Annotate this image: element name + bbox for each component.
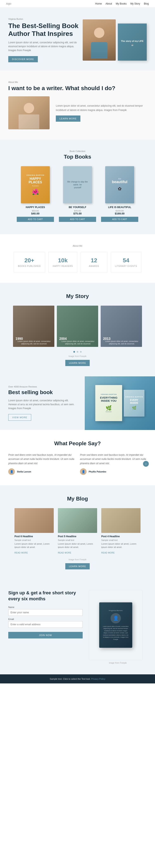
testimonials-section: What People Say? Proin sed libero enim s… <box>0 430 155 485</box>
small-book-author: VIRGINIA BURTON <box>125 396 143 398</box>
footer-text: Sample text. Click to select the Text to… <box>50 678 91 680</box>
blog-card-post5: Post 5 Headline Sample small text Lorem … <box>58 508 97 554</box>
book1-name: HAPPY PLACES <box>17 206 54 209</box>
small-book-leaf-icon: 🌿 <box>132 406 136 410</box>
nav-about[interactable]: About <box>106 2 112 5</box>
blog-img-post6 <box>15 508 54 533</box>
nav-my-books[interactable]: My Books <box>116 2 127 5</box>
story-grid: 1990 Lorem ipsum dolor sit amet, consect… <box>8 306 147 347</box>
book2-price-old: $95.00 <box>59 210 96 212</box>
story-learn-more-button[interactable]: LEARN MORE <box>65 360 90 366</box>
testimonial2-avatar: 👤 <box>80 468 86 475</box>
signup-email-input[interactable] <box>8 621 83 628</box>
testimonials-grid: Proin sed libero enim sed faucibus turpi… <box>8 453 147 475</box>
stat-awards-label: AWARDS <box>85 265 103 267</box>
books-section-label: Book Collection <box>8 150 147 152</box>
hero-book-title: The story of my LIFE <box>120 38 145 44</box>
book2-name: BE YOURSELF <box>59 206 96 209</box>
stats-section: About Me 20+ BOOKS PUBLISHED 10k HAPPY R… <box>0 234 155 283</box>
blog-img-post4 <box>101 508 140 533</box>
stat-events-number: 54 <box>115 257 137 264</box>
small-book-title1: EVERY <box>130 399 138 402</box>
testimonials-title: What People Say? <box>8 440 147 447</box>
signup-join-now-button[interactable]: JOIN NOW <box>8 632 83 639</box>
testimonials-next-button[interactable]: › <box>143 461 149 467</box>
hero-section: Virginia Burton The Best-Selling Book Au… <box>0 7 155 70</box>
story-dot-3[interactable] <box>80 351 82 353</box>
small-book-title2: INSIDE <box>130 402 138 404</box>
blog-read-more-post4[interactable]: READ MORE <box>101 552 115 554</box>
hero-book-cover: The story of my LIFE ☕ <box>118 24 147 61</box>
signup-image-credit: image from Freepik <box>89 662 147 664</box>
blog-image-credit: Image from Freepik <box>8 558 147 561</box>
blog-read-more-post5[interactable]: READ MORE <box>58 552 71 554</box>
hero-author-portrait <box>83 20 116 61</box>
testimonial1-author-info: 👤 Stella Larson <box>8 468 75 475</box>
testimonial2-author-info: 👤 Phyllis Palumbo <box>80 468 147 475</box>
nav-home[interactable]: Home <box>95 2 102 5</box>
writer-section-title: I want to be a writer. What should I do? <box>8 85 147 92</box>
book1-author: VIRGINIA BURTON <box>26 174 45 176</box>
writer-text: Lorem ipsum dolor sit amet, consectetur … <box>56 104 147 112</box>
nav-my-story[interactable]: My Story <box>130 2 140 5</box>
writer-right: Lorem ipsum dolor sit amet, consectetur … <box>56 104 147 122</box>
hero-title: The Best-Selling Book Author That Inspir… <box>8 22 83 38</box>
navigation: logo Home About My Books My Story Blog <box>0 0 155 7</box>
signup-book-text: Lorem ipsum dolor sit amet, consectetur … <box>103 625 129 641</box>
blog-section: My Blog Post 6 Headline Sample small tex… <box>0 485 155 580</box>
signup-book-visual: Virginia Burton 👤 Lorem ipsum dolor sit … <box>89 590 143 660</box>
blog-sample-label-post6: Sample small text <box>15 539 54 541</box>
blog-headline-post5: Post 5 Headline <box>58 535 97 538</box>
blog-headline-post4: Post 4 Headline <box>101 535 140 538</box>
story-desc-2004: Lorem ipsum dolor sit amet, consectetur … <box>59 340 97 345</box>
hero-subtitle: Virginia Burton <box>8 18 83 20</box>
stat-books-number: 20+ <box>18 257 41 264</box>
book3-price-new: $169.00 <box>101 212 138 215</box>
story-dot-1[interactable] <box>73 351 75 353</box>
writer-section-label: About Me <box>8 81 147 83</box>
blog-card-post4: Post 4 Headline Sample small text Lorem … <box>101 508 140 554</box>
footer: Sample text. Click to select the Text to… <box>0 674 155 683</box>
bestseller-view-more-button[interactable]: VIEW MORE <box>8 414 31 421</box>
blog-read-more-post6[interactable]: READ MORE <box>15 552 28 554</box>
blog-learn-more-button[interactable]: LEARN MORE <box>65 563 90 569</box>
story-card-1990: 1990 Lorem ipsum dolor sit amet, consect… <box>13 306 54 347</box>
story-dot-2[interactable] <box>77 351 78 353</box>
book1-price-new: $40.00 <box>17 212 54 215</box>
story-image-credit: Image from Freepik <box>8 355 147 358</box>
blog-text-post4: Lorem ipsum dolor sit amet, Lorem ipsum … <box>101 542 140 549</box>
signup-book-author: Virginia Burton <box>109 610 123 612</box>
hero-text: Lorem ipsum dolor sit amet, consectetur … <box>8 41 83 53</box>
stat-readers-number: 10k <box>53 257 73 264</box>
book-cover-life-is-beautiful: live beautiful ✿ <box>105 166 134 203</box>
big-book-leaf-icon: 🌿 <box>106 405 112 411</box>
stat-readers-label: HAPPY READERS <box>53 265 73 267</box>
big-book-sub: bestseller <box>106 411 112 412</box>
story-section: My Story 1990 Lorem ipsum dolor sit amet… <box>0 283 155 376</box>
small-book-cover: VIRGINIA BURTON EVERY INSIDE 🌿 <box>124 390 145 416</box>
book-cover-be-yourself: We change to stay the same. beyourself <box>63 166 92 203</box>
book2-add-to-cart-button[interactable]: ADD TO CART <box>59 217 96 222</box>
signup-email-group: Email <box>8 618 83 628</box>
blog-headline-post6: Post 6 Headline <box>15 535 54 538</box>
signup-name-input[interactable] <box>8 609 83 616</box>
book3-add-to-cart-button[interactable]: ADD TO CART <box>101 217 138 222</box>
testimonial-card-1: Proin sed libero enim sed faucibus turpi… <box>8 453 75 475</box>
writer-learn-more-button[interactable]: LEARN MORE <box>56 116 80 122</box>
testimonial1-avatar: 👤 <box>8 468 15 475</box>
hero-cta-button[interactable]: DISCOVER MORE <box>8 56 38 62</box>
blog-card-post6: Post 6 Headline Sample small text Lorem … <box>15 508 54 554</box>
blog-text-post6: Lorem ipsum dolor sit amet, Lorem ipsum … <box>15 542 54 549</box>
book1-price-old: $50.00 <box>17 210 54 212</box>
stat-awards: 12 AWARDS <box>81 252 107 272</box>
bestseller-book-visual: VIRGINIA BURTON EVERYTHING INSIDE YOU 🌿 … <box>85 376 155 430</box>
stat-awards-number: 12 <box>85 257 103 264</box>
footer-privacy-link[interactable]: Privacy Policy <box>91 678 105 680</box>
story-desc-1990: Lorem ipsum dolor sit amet, consectetur … <box>16 340 53 345</box>
story-card-2004: 2004 Lorem ipsum dolor sit amet, consect… <box>57 306 98 347</box>
signup-name-label: Name <box>8 606 83 608</box>
testimonial1-name: Stella Larson <box>17 470 31 473</box>
stat-books-published: 20+ BOOKS PUBLISHED <box>14 252 45 272</box>
nav-blog[interactable]: Blog <box>144 2 149 5</box>
book1-add-to-cart-button[interactable]: ADD TO CART <box>17 217 54 222</box>
